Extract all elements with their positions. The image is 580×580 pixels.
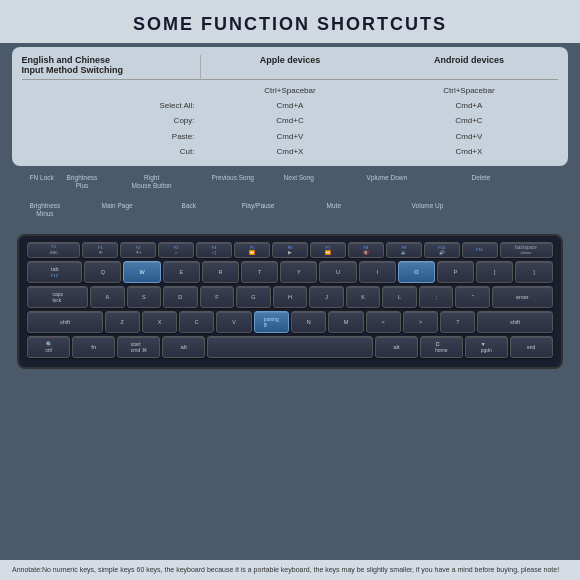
qwerty-row: tabF12 Q W E R T Y U I O P [ ] — [27, 261, 552, 283]
key-d[interactable]: D — [163, 286, 198, 308]
key-shift-right[interactable]: shift — [477, 311, 552, 333]
brightness-minus-label: BrightnessMinus — [30, 202, 61, 218]
key-o[interactable]: O — [398, 261, 435, 283]
key-f6[interactable]: F6▶ — [272, 242, 308, 258]
shortcut-label-1: Select All: — [22, 99, 201, 112]
brightness-plus-label: BrightnessPlus — [67, 174, 98, 190]
shortcut-android-0: Ctrl+Spacebar — [379, 84, 558, 97]
key-ctrl[interactable]: 🔍ctrl — [27, 336, 70, 358]
key-v[interactable]: V — [216, 311, 251, 333]
key-j[interactable]: J — [309, 286, 344, 308]
key-end[interactable]: end — [510, 336, 553, 358]
key-l[interactable]: L — [382, 286, 417, 308]
shortcut-android-3: Cmd+V — [379, 130, 558, 143]
key-fn[interactable]: fn — [72, 336, 115, 358]
fn-lock-label: FN Lock — [30, 174, 54, 182]
key-pgdn[interactable]: ▼pgdn — [465, 336, 508, 358]
key-k[interactable]: K — [346, 286, 381, 308]
key-f2[interactable]: F2☀+ — [120, 242, 156, 258]
key-semicolon[interactable]: ; — [419, 286, 454, 308]
shortcut-android-1: Cmd+A — [379, 99, 558, 112]
key-f11[interactable]: F11 — [462, 242, 498, 258]
volume-down-label: Vplume Down — [367, 174, 407, 182]
back-label: Back — [182, 202, 196, 210]
key-f4[interactable]: F4◁ — [196, 242, 232, 258]
key-alt-right[interactable]: alt — [375, 336, 418, 358]
shortcut-apple-4: Cmd+X — [201, 145, 380, 158]
col1-header: English and ChineseInput Method Switchin… — [22, 55, 201, 80]
page-title: SOME FUNCTION SHORTCUTS — [10, 14, 570, 35]
key-m[interactable]: M — [328, 311, 363, 333]
key-h[interactable]: H — [273, 286, 308, 308]
key-w[interactable]: W — [123, 261, 160, 283]
delete-label: Delete — [472, 174, 491, 182]
key-home[interactable]: 🗒home — [420, 336, 463, 358]
key-lt[interactable]: < — [366, 311, 401, 333]
key-esc[interactable]: F1esc — [27, 242, 80, 258]
next-song-label: Next Song — [284, 174, 314, 182]
key-bracket-r[interactable]: ] — [515, 261, 552, 283]
key-u[interactable]: U — [319, 261, 356, 283]
shortcut-label-0 — [22, 84, 201, 97]
key-tab[interactable]: tabF12 — [27, 261, 82, 283]
key-n[interactable]: N — [291, 311, 326, 333]
key-f10[interactable]: F10🔊 — [424, 242, 460, 258]
key-f3[interactable]: F3⌂ — [158, 242, 194, 258]
main-page-label: Main Page — [102, 202, 133, 210]
key-f9[interactable]: F9🔉 — [386, 242, 422, 258]
shortcut-apple-1: Cmd+A — [201, 99, 380, 112]
bottom-row: 🔍ctrl fn startcmd ⌘ alt alt 🗒home ▼pgdn … — [27, 336, 552, 358]
key-shift-left[interactable]: shift — [27, 311, 102, 333]
key-gt[interactable]: > — [403, 311, 438, 333]
key-s[interactable]: S — [127, 286, 162, 308]
zxcv-row: shift Z X C V pairingB N M < > ? shift — [27, 311, 552, 333]
key-enter[interactable]: enter — [492, 286, 553, 308]
note-text: Annotate:No numeric keys, simple keys 60… — [12, 566, 559, 573]
title-section: SOME FUNCTION SHORTCUTS — [0, 0, 580, 43]
shortcuts-table: English and ChineseInput Method Switchin… — [12, 47, 569, 166]
key-e[interactable]: E — [163, 261, 200, 283]
key-g[interactable]: G — [236, 286, 271, 308]
key-t[interactable]: T — [241, 261, 278, 283]
col2-header: Apple devices — [201, 55, 380, 80]
key-z[interactable]: Z — [105, 311, 140, 333]
key-q[interactable]: Q — [84, 261, 121, 283]
key-bracket-l[interactable]: [ — [476, 261, 513, 283]
label-row: FN Lock BrightnessPlus RightMouse Button… — [12, 174, 569, 234]
key-f8[interactable]: F8🔇 — [348, 242, 384, 258]
previous-song-label: Previous Song — [212, 174, 254, 182]
volume-up-label: Volume Up — [412, 202, 444, 210]
key-a[interactable]: A — [90, 286, 125, 308]
key-f1[interactable]: F1☀- — [82, 242, 118, 258]
key-cmd[interactable]: startcmd ⌘ — [117, 336, 160, 358]
key-f7[interactable]: F7⏩ — [310, 242, 346, 258]
key-backspace[interactable]: backspacedelete — [500, 242, 553, 258]
key-c[interactable]: C — [179, 311, 214, 333]
key-i[interactable]: I — [359, 261, 396, 283]
right-mouse-label: RightMouse Button — [132, 174, 172, 190]
key-x[interactable]: X — [142, 311, 177, 333]
keyboard: F1esc F1☀- F2☀+ F3⌂ F4◁ F5⏪ F6▶ F7⏩ F8🔇 … — [17, 234, 562, 369]
fn-key-row: F1esc F1☀- F2☀+ F3⌂ F4◁ F5⏪ F6▶ F7⏩ F8🔇 … — [27, 242, 552, 258]
key-f[interactable]: F — [200, 286, 235, 308]
key-b[interactable]: pairingB — [254, 311, 289, 333]
shortcut-android-2: Cmd+C — [379, 114, 558, 127]
key-p[interactable]: P — [437, 261, 474, 283]
key-space[interactable] — [207, 336, 373, 358]
key-question[interactable]: ? — [440, 311, 475, 333]
shortcut-apple-3: Cmd+V — [201, 130, 380, 143]
shortcut-android-4: Cmd+X — [379, 145, 558, 158]
shortcut-label-4: Cut: — [22, 145, 201, 158]
keyboard-section: FN Lock BrightnessPlus RightMouse Button… — [0, 170, 580, 560]
key-f5[interactable]: F5⏪ — [234, 242, 270, 258]
key-quote[interactable]: " — [455, 286, 490, 308]
key-alt-left[interactable]: alt — [162, 336, 205, 358]
key-r[interactable]: R — [202, 261, 239, 283]
mute-label: Mute — [327, 202, 341, 210]
key-y[interactable]: Y — [280, 261, 317, 283]
col3-header: Android devices — [379, 55, 558, 80]
shortcut-apple-2: Cmd+C — [201, 114, 380, 127]
main-container: SOME FUNCTION SHORTCUTS English and Chin… — [0, 0, 580, 580]
note-section: Annotate:No numeric keys, simple keys 60… — [0, 560, 580, 580]
key-caps[interactable]: capslock — [27, 286, 88, 308]
